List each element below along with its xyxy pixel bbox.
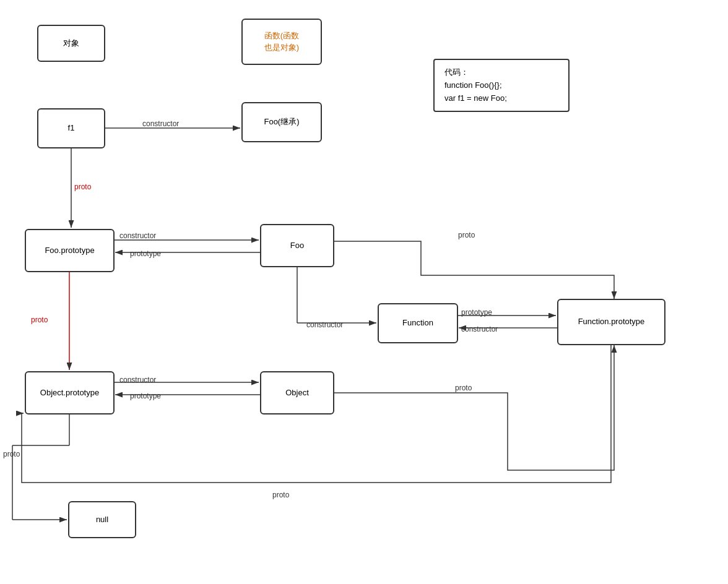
label-objectproto-prototype: prototype <box>130 392 161 400</box>
code-line-2: function Foo(){}; <box>444 79 558 92</box>
label-object-proto: proto <box>455 384 472 392</box>
code-box: 代码： function Foo(){}; var f1 = new Foo; <box>433 59 570 112</box>
label-foo-proto: proto <box>458 231 475 239</box>
box-foo-prototype: Foo.prototype <box>25 229 115 272</box>
code-line-3: var f1 = new Foo; <box>444 92 558 105</box>
box-function-prototype: Function.prototype <box>557 299 665 345</box>
label-fooproto-prototype: prototype <box>130 249 161 258</box>
label-fooproto-constructor: constructor <box>119 231 156 240</box>
label-objectproto-constructor: constructor <box>119 376 156 384</box>
box-foo-inherit: Foo(继承) <box>241 102 322 142</box>
label-null-proto: proto <box>3 450 20 458</box>
box-object: Object <box>260 371 334 414</box>
box-f1: f1 <box>37 108 105 148</box>
diagram-container: 对象 函数(函数也是对象) f1 Foo(继承) Foo.prototype F… <box>0 0 728 584</box>
box-foo: Foo <box>260 224 334 267</box>
box-object-prototype: Object.prototype <box>25 371 115 414</box>
label-f1-constructor: constructor <box>142 119 179 128</box>
code-line-1: 代码： <box>444 66 558 79</box>
box-duixiang: 对象 <box>37 25 105 62</box>
label-functionproto-constructor: constructor <box>461 325 498 333</box>
arrows-svg <box>0 0 728 584</box>
label-fooproto-proto: proto <box>31 316 48 324</box>
label-f1-proto: proto <box>74 182 91 191</box>
label-big-proto: proto <box>272 491 289 499</box>
label-foo-constructor-function: constructor <box>306 320 343 329</box>
box-function: Function <box>378 303 458 343</box>
label-function-prototype: prototype <box>461 308 492 317</box>
box-hanshu: 函数(函数也是对象) <box>241 19 322 65</box>
box-null: null <box>68 501 136 538</box>
